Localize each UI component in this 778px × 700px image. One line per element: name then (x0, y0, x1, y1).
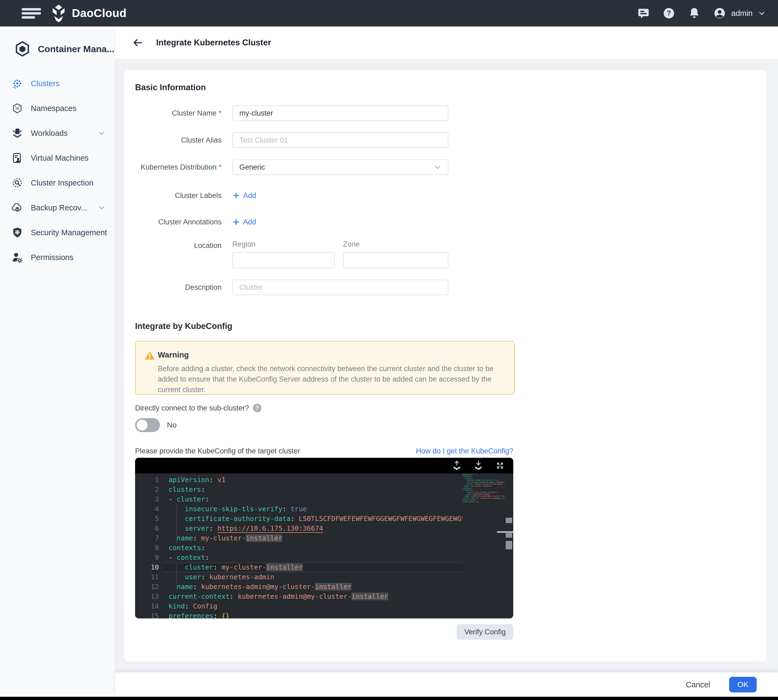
code-line[interactable]: 8contexts: (135, 543, 513, 553)
description-input[interactable] (232, 280, 448, 295)
code-line[interactable]: 13current-context: kubernetes-admin@my-c… (135, 592, 513, 602)
footer-bar: Cancel OK (115, 672, 778, 697)
add-cluster-annotation-button[interactable]: Add (232, 215, 256, 230)
scrollbar-marker (506, 541, 512, 549)
plus-icon (232, 192, 240, 199)
kubernetes-distribution-select[interactable]: Generic (232, 159, 448, 175)
indent-guide (176, 563, 177, 592)
verify-config-button[interactable]: Verify Config (457, 624, 513, 640)
help-tooltip-icon[interactable]: ? (253, 404, 262, 412)
code-line[interactable]: 9- context: (135, 553, 513, 563)
line-number: 8 (135, 543, 159, 553)
code-line[interactable]: 14kind: Config (135, 602, 513, 611)
region-input[interactable] (232, 252, 335, 268)
direct-connect-label: Directly connect to the sub-cluster? (135, 404, 249, 412)
code-line[interactable]: 5 certificate-authority-data: LS0TLSCFDF… (135, 514, 513, 523)
daocloud-logo: DaoCloud (49, 4, 127, 23)
kubeconfig-help-link[interactable]: How do I get the KubeConfig? (416, 447, 513, 455)
menu-icon[interactable] (22, 8, 42, 19)
toggle-knob (137, 420, 147, 430)
add-cluster-label-button[interactable]: Add (232, 188, 256, 203)
line-number: 15 (135, 611, 159, 618)
cluster-inspection-icon (11, 177, 23, 189)
code-line[interactable]: 12 name: kubernetes-admin@my-cluster-ins… (135, 582, 513, 592)
code-text: certificate-authority-data: LS0TLSCFDFWE… (169, 514, 513, 523)
sidebar-item-label: Virtual Machines (31, 154, 88, 163)
sidebar-item-namespaces[interactable]: Namespaces (0, 96, 115, 121)
backup-recovery-icon (11, 202, 23, 213)
code-text: apiVersion: v1 (169, 475, 225, 485)
code-line[interactable]: 7 name: my-cluster-installer (135, 533, 513, 543)
content-area: Basic Information Cluster Name* Cluster … (115, 59, 778, 672)
chat-icon[interactable] (637, 7, 650, 20)
scrollbar-marker (506, 533, 512, 538)
namespaces-icon (11, 102, 23, 114)
line-number: 3 (135, 495, 159, 504)
chevron-down-icon (98, 130, 105, 137)
code-line[interactable]: 4 insecure-skip-tls-verify: true (135, 504, 513, 514)
sidebar-item-label: Clusters (31, 79, 59, 88)
line-number: 10 (135, 563, 159, 572)
permissions-icon (11, 252, 23, 263)
code-line[interactable]: 2clusters: (135, 485, 513, 495)
window-bottom-edge (0, 697, 778, 700)
sidebar-item-cluster-inspection[interactable]: Cluster Inspection (0, 170, 115, 195)
bell-icon[interactable] (688, 7, 701, 20)
sidebar-item-workloads[interactable]: Workloads (0, 121, 115, 145)
cluster-name-input[interactable] (232, 105, 448, 121)
code-text: preferences: {} (169, 611, 230, 618)
location-label: Location (124, 240, 222, 251)
download-icon[interactable] (473, 460, 484, 471)
cluster-alias-label: Cluster Alias (124, 132, 222, 148)
warning-alert: Warning Before adding a cluster, check t… (135, 341, 514, 395)
chevron-down-icon (98, 204, 105, 211)
fullscreen-icon[interactable] (495, 460, 505, 471)
line-number: 2 (135, 485, 159, 495)
required-asterisk: * (219, 109, 222, 117)
form-card: Basic Information Cluster Name* Cluster … (124, 70, 767, 662)
line-number: 12 (135, 582, 159, 592)
sidebar-item-label: Permissions (31, 253, 73, 262)
user-menu[interactable]: admin (713, 7, 766, 20)
ok-button[interactable]: OK (729, 677, 757, 692)
line-number: 14 (135, 602, 159, 611)
page-header: Integrate Kubernetes Cluster (115, 27, 778, 59)
back-arrow-icon[interactable] (132, 37, 144, 48)
username: admin (731, 9, 753, 18)
code-text: name: my-cluster-installer (169, 533, 282, 543)
code-line[interactable]: 15preferences: {} (135, 611, 513, 618)
sidebar-item-label: Security Management (31, 228, 107, 237)
sidebar-item-security-management[interactable]: Security Management (0, 220, 115, 245)
code-line[interactable]: 11 user: kubernetes-admin (135, 572, 513, 582)
scrollbar-marker (506, 518, 512, 523)
kubeconfig-editor[interactable]: 1apiVersion: v12clusters:3- cluster:4 in… (135, 458, 513, 618)
code-line[interactable]: 6 server: https://10.6.175.130:36674 (135, 523, 513, 533)
sidebar-item-virtual-machines[interactable]: Virtual Machines (0, 145, 115, 170)
virtual-machines-icon (11, 152, 23, 164)
zone-input[interactable] (343, 252, 448, 268)
cluster-alias-input[interactable] (232, 132, 448, 148)
help-icon[interactable]: ? (663, 7, 675, 20)
editor-minimap[interactable]: apiVersion: v1clusters:- cluster: insecu… (462, 473, 504, 618)
sidebar-item-backup-recov[interactable]: Backup Recov... (0, 195, 115, 220)
code-text: current-context: kubernetes-admin@my-clu… (169, 592, 388, 602)
code-line[interactable]: 10 cluster: my-cluster-installer (135, 563, 513, 572)
direct-connect-toggle[interactable] (135, 418, 160, 432)
sidebar-divider (8, 67, 106, 67)
chevron-down-icon (434, 163, 441, 171)
kubernetes-distribution-label: Kubernetes Distribution* (124, 159, 222, 175)
warning-title: Warning (158, 350, 189, 360)
sidebar-item-clusters[interactable]: Clusters (0, 71, 115, 96)
page-title: Integrate Kubernetes Cluster (156, 38, 271, 48)
line-number: 9 (135, 553, 159, 563)
code-text: name: kubernetes-admin@my-cluster-instal… (169, 582, 351, 592)
editor-scrollbar[interactable] (504, 473, 513, 618)
toggle-state-label: No (167, 421, 177, 429)
upload-icon[interactable] (452, 460, 462, 471)
product-switcher[interactable]: Container Mana... (0, 27, 115, 57)
sidebar-item-permissions[interactable]: Permissions (0, 245, 115, 270)
editor-body[interactable]: 1apiVersion: v12clusters:3- cluster:4 in… (135, 473, 513, 618)
cancel-button[interactable]: Cancel (686, 680, 710, 689)
code-line[interactable]: 1apiVersion: v1 (135, 475, 513, 485)
code-line[interactable]: 3- cluster: (135, 495, 513, 504)
